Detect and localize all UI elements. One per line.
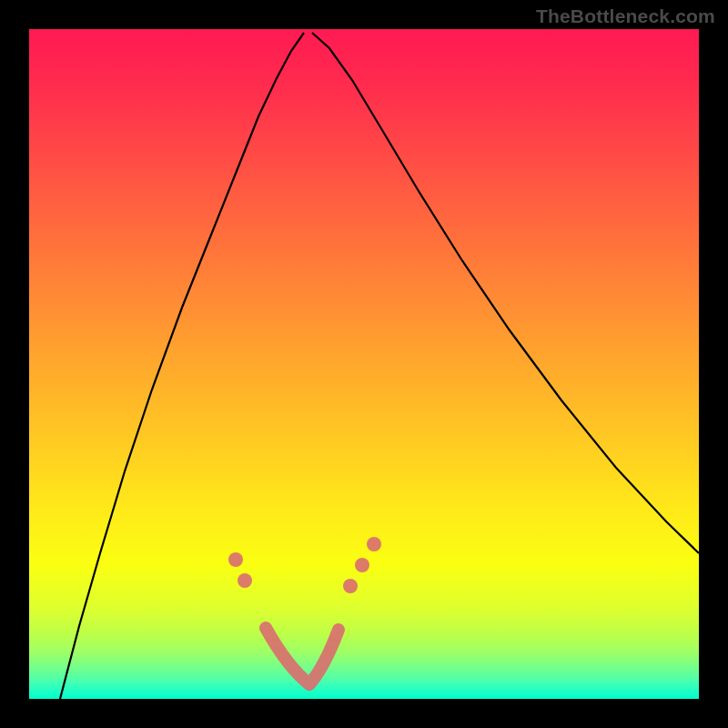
curve-right-branch [312,33,699,553]
watermark-text: TheBottleneck.com [536,5,715,27]
marker-dot [228,552,243,567]
chart-frame: TheBottleneck.com [0,0,728,728]
curve-left-branch [60,33,304,699]
marker-dot [355,558,369,572]
marker-dot [343,579,358,593]
bottom-marker-segment [266,628,339,684]
marker-dots [228,537,381,593]
chart-svg [29,29,699,699]
marker-dot [367,537,381,551]
plot-area [29,29,699,699]
marker-dot [238,573,252,588]
